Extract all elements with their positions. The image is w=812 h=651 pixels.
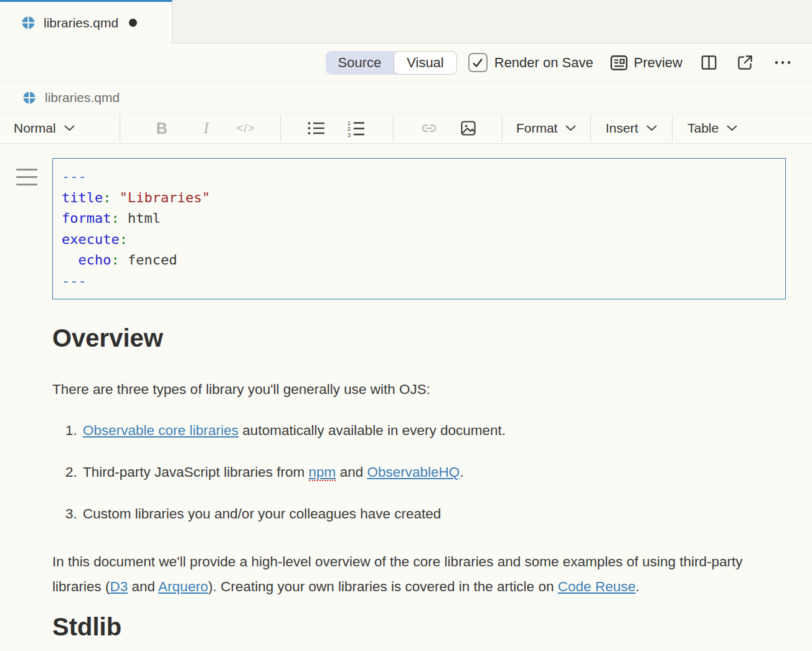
list-number: 1. [65,421,83,440]
list-item-text: Observable core libraries automatically … [83,421,506,440]
insert-menu[interactable]: Insert [605,121,657,136]
text-segment: Custom libraries you and/or your colleag… [83,506,441,522]
list-item[interactable]: 2. Third-party JavaScript libraries from… [52,463,786,482]
link-button[interactable] [420,120,438,136]
list-item-text: Custom libraries you and/or your colleag… [83,505,441,523]
ordered-list: 1. Observable core libraries automatical… [52,421,786,523]
heading-overview[interactable]: Overview [52,323,786,353]
open-external-button[interactable] [737,54,753,71]
toolbar-separator [393,115,394,142]
doc-link[interactable]: Observable core libraries [83,423,238,438]
source-visual-toggle: Source Visual [326,51,457,75]
document-editor[interactable]: ---title: "Libraries"format: htmlexecute… [0,144,812,642]
doc-link[interactable]: Arquero [158,579,208,594]
tab-libraries-qmd[interactable]: libraries.qmd [0,0,172,44]
format-menu[interactable]: Format [516,121,577,136]
toolbar-separator [502,115,503,142]
doc-link[interactable]: npm [309,464,336,481]
preview-button[interactable]: Preview [610,54,682,72]
text-segment: ). Creating your own libraries is covere… [208,579,558,594]
closing-paragraph[interactable]: In this document we'll provide a high-le… [52,550,767,599]
code-line: --- [62,271,777,292]
toolbar-separator [590,115,591,142]
svg-text:1: 1 [347,120,351,126]
paragraph-style-dropdown[interactable]: Normal [14,121,75,136]
text-segment: . [460,464,463,480]
chevron-down-icon [565,125,576,131]
chevron-down-icon [727,125,737,131]
checkbox-checked-icon[interactable] [468,53,488,72]
list-item[interactable]: 3. Custom libraries you and/or your coll… [52,505,786,523]
quarto-icon [21,16,35,30]
toolbar-separator [672,115,673,142]
text-segment: Third-party JavaScript libraries from [83,464,309,480]
format-toolbar: Normal B I </> 1 2 3 [0,113,812,144]
list-number: 2. [65,463,83,482]
source-mode-button[interactable]: Source [326,51,394,75]
chevron-down-icon [646,125,657,131]
list-item[interactable]: 1. Observable core libraries automatical… [52,421,786,440]
code-line: execute: [62,229,777,250]
editor-toolbar: Source Visual Render on Save Preview [0,44,812,82]
list-item-text: Third-party JavaScript libraries from np… [83,463,464,482]
list-number: 3. [65,505,83,523]
code-line: format: html [62,208,777,229]
tab-bar: libraries.qmd [0,0,812,44]
code-line: echo: fenced [62,250,777,271]
text-segment: and [336,464,367,480]
drag-handle-icon[interactable] [16,169,37,191]
italic-button[interactable]: I [199,119,214,138]
chevron-down-icon [64,125,75,131]
insert-menu-label: Insert [605,121,638,136]
preview-icon [610,54,628,72]
svg-text:2: 2 [347,126,351,132]
yaml-front-matter-block[interactable]: ---title: "Libraries"format: htmlexecute… [52,158,786,299]
text-segment: automatically available in every documen… [238,423,506,438]
intro-paragraph[interactable]: There are three types of library you'll … [52,380,767,399]
visual-mode-button[interactable]: Visual [394,51,457,75]
bold-button[interactable]: B [153,119,171,138]
more-actions-button[interactable] [773,54,793,71]
tab-title: libraries.qmd [44,16,118,30]
split-editor-button[interactable] [701,54,717,71]
toolbar-separator [120,115,120,142]
text-segment: . [636,579,640,594]
svg-text:3: 3 [347,132,351,138]
quarto-icon [22,91,36,105]
render-on-save-label: Render on Save [494,55,593,71]
image-button[interactable] [460,119,477,137]
breadcrumb: libraries.qmd [0,82,812,113]
numbered-list-button[interactable]: 1 2 3 [347,119,366,137]
render-on-save-toggle[interactable]: Render on Save [468,53,593,72]
bullet-list-button[interactable] [307,120,326,136]
breadcrumb-file[interactable]: libraries.qmd [45,90,120,105]
table-menu-label: Table [687,121,719,136]
preview-label: Preview [634,55,682,71]
paragraph-style-label: Normal [14,121,56,136]
table-menu[interactable]: Table [687,121,737,136]
doc-link[interactable]: D3 [110,579,128,594]
heading-stdlib[interactable]: Stdlib [52,612,786,642]
text-segment: and [128,579,158,594]
doc-link[interactable]: Code Reuse [558,579,636,594]
inline-code-button[interactable]: </> [236,121,255,135]
unsaved-dot-icon [129,19,137,27]
code-line: --- [62,166,777,187]
format-menu-label: Format [516,121,558,136]
toolbar-separator [280,115,281,142]
code-line: title: "Libraries" [62,187,777,208]
doc-link[interactable]: ObservableHQ [367,464,460,480]
